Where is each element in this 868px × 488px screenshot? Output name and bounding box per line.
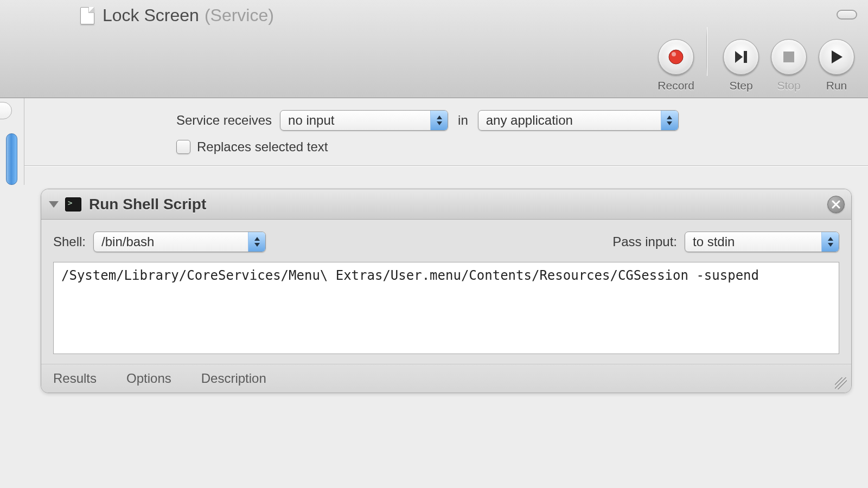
step-label: Step bbox=[729, 79, 752, 92]
service-receives-label: Service receives bbox=[176, 113, 272, 128]
updown-icon bbox=[666, 114, 673, 126]
pass-input-label: Pass input: bbox=[612, 234, 677, 249]
sidebar-edge bbox=[0, 98, 24, 185]
action-run-shell-script: Run Shell Script Shell: /bin/bash Pass i… bbox=[41, 189, 852, 393]
script-textarea[interactable]: /System/Library/CoreServices/Menu\ Extra… bbox=[53, 262, 839, 354]
stop-button[interactable] bbox=[771, 39, 807, 75]
sidebar-scrollbar-thumb[interactable] bbox=[6, 133, 17, 185]
svg-rect-3 bbox=[744, 51, 747, 63]
toolbar-pill-button[interactable] bbox=[837, 10, 857, 20]
replaces-text-label: Replaces selected text bbox=[197, 139, 328, 155]
updown-icon bbox=[827, 236, 834, 248]
svg-marker-13 bbox=[254, 243, 260, 247]
tab-options[interactable]: Options bbox=[126, 371, 171, 386]
resize-grip-icon[interactable] bbox=[835, 377, 847, 389]
service-input-select[interactable]: no input bbox=[280, 110, 448, 131]
action-title: Run Shell Script bbox=[89, 196, 206, 213]
shell-select[interactable]: /bin/bash bbox=[93, 232, 266, 252]
updown-icon bbox=[253, 236, 261, 248]
svg-marker-14 bbox=[828, 237, 833, 241]
pass-input-value: to stdin bbox=[693, 234, 815, 249]
svg-marker-8 bbox=[667, 115, 672, 119]
terminal-icon bbox=[65, 197, 81, 211]
svg-marker-12 bbox=[254, 237, 260, 241]
record-icon bbox=[668, 49, 684, 65]
step-icon bbox=[733, 49, 749, 65]
updown-icon bbox=[436, 114, 443, 126]
svg-marker-15 bbox=[828, 243, 833, 247]
record-label: Record bbox=[658, 79, 694, 92]
disclosure-triangle-icon[interactable] bbox=[49, 201, 59, 208]
window-subtitle: (Service) bbox=[205, 5, 274, 25]
action-body: Shell: /bin/bash Pass input: to stdin /S… bbox=[41, 220, 851, 354]
play-icon bbox=[829, 49, 844, 65]
action-footer: Results Options Description bbox=[41, 364, 851, 393]
svg-rect-4 bbox=[783, 52, 794, 62]
window-title: Lock Screen bbox=[103, 5, 199, 25]
stop-icon bbox=[782, 50, 796, 64]
svg-point-0 bbox=[669, 50, 683, 64]
replaces-text-checkbox[interactable] bbox=[176, 140, 190, 154]
service-input-value: no input bbox=[288, 113, 424, 128]
svg-marker-9 bbox=[667, 121, 672, 125]
tab-results[interactable]: Results bbox=[53, 371, 97, 386]
close-icon bbox=[832, 200, 840, 209]
shell-value: /bin/bash bbox=[101, 234, 241, 249]
tab-description[interactable]: Description bbox=[201, 371, 266, 386]
svg-marker-2 bbox=[735, 51, 743, 63]
svg-marker-6 bbox=[437, 115, 442, 119]
window-title-row: Lock Screen (Service) bbox=[11, 0, 857, 25]
window-toolbar: Lock Screen (Service) Record Step Stop bbox=[0, 0, 868, 98]
record-button[interactable] bbox=[658, 39, 694, 75]
run-label: Run bbox=[826, 79, 847, 92]
toolbar-separator bbox=[706, 27, 707, 76]
svg-marker-7 bbox=[437, 121, 442, 125]
stop-label: Stop bbox=[777, 79, 800, 92]
service-config-bar: Service receives no input in any applica… bbox=[24, 98, 868, 166]
run-button[interactable] bbox=[819, 39, 854, 75]
service-in-label: in bbox=[458, 113, 468, 128]
service-app-select[interactable]: any application bbox=[478, 110, 679, 131]
step-button[interactable] bbox=[723, 39, 759, 75]
shell-label: Shell: bbox=[53, 234, 86, 249]
svg-marker-5 bbox=[832, 50, 843, 63]
svg-point-1 bbox=[672, 52, 676, 56]
service-app-value: any application bbox=[486, 113, 654, 128]
library-toggle[interactable] bbox=[0, 102, 12, 119]
toolbar-button-group: Record Step Stop Run bbox=[646, 27, 854, 92]
action-header[interactable]: Run Shell Script bbox=[41, 189, 851, 220]
action-close-button[interactable] bbox=[827, 196, 845, 213]
content-area: Service receives no input in any applica… bbox=[0, 98, 868, 488]
document-icon bbox=[80, 7, 94, 24]
pass-input-select[interactable]: to stdin bbox=[685, 232, 839, 252]
